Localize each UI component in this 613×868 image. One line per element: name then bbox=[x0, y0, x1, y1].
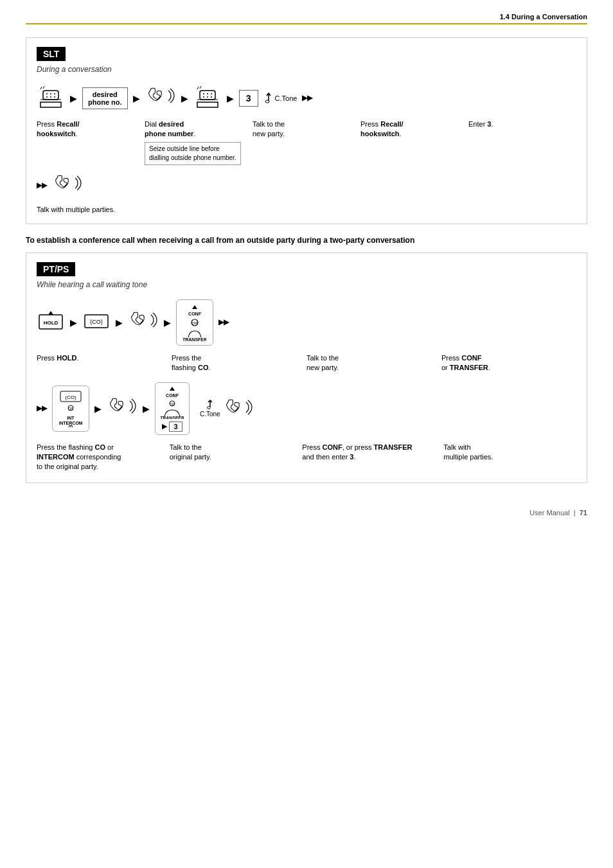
svg-marker-24 bbox=[48, 311, 53, 315]
ptps-desc1-1: Press HOLD. bbox=[37, 353, 172, 373]
ptps-desc2-2: Talk to theoriginal party. bbox=[170, 443, 303, 472]
svg-point-16 bbox=[211, 93, 212, 94]
svg-point-18 bbox=[207, 96, 208, 98]
number-3-box-slt: 3 bbox=[239, 90, 258, 107]
arrow-ptps4: ▶ bbox=[94, 403, 102, 414]
svg-marker-28 bbox=[192, 305, 197, 309]
slt-desc-bottom: Talk with multiple parties. bbox=[37, 206, 576, 213]
desk-phone-icon-1 bbox=[37, 84, 65, 112]
ctone-icon-slt: C.Tone bbox=[263, 92, 298, 105]
desired-phone-box: desiredphone no. bbox=[82, 87, 128, 109]
co-intercom-group-icon: (CO) OR INT INTERCOM bbox=[52, 385, 89, 432]
arrow-ptps1: ▶ bbox=[70, 317, 77, 328]
arrow-ptps5: ▶ bbox=[143, 403, 150, 414]
svg-rect-13 bbox=[200, 91, 215, 100]
arrow-ptps2: ▶ bbox=[116, 317, 123, 328]
conference-heading: To establish a conference call when rece… bbox=[26, 236, 587, 245]
svg-text:OR: OR bbox=[68, 407, 73, 411]
svg-point-15 bbox=[207, 93, 208, 94]
svg-point-3 bbox=[46, 93, 48, 94]
svg-line-9 bbox=[40, 87, 42, 89]
svg-rect-11 bbox=[197, 102, 218, 107]
slt-desc5: Enter 3. bbox=[468, 120, 576, 165]
handset-waves-icon-ptps1 bbox=[128, 310, 159, 335]
ptps-subtitle: While hearing a call waiting tone bbox=[37, 280, 576, 289]
arrow-4: ▶ bbox=[227, 93, 234, 103]
slt-flow-row2: ▶▶ bbox=[37, 173, 576, 198]
svg-point-46 bbox=[207, 407, 210, 409]
svg-text:HOLD: HOLD bbox=[44, 320, 58, 326]
svg-rect-2 bbox=[43, 91, 58, 100]
svg-point-22 bbox=[265, 100, 269, 103]
header-title: 1.4 During a Conversation bbox=[500, 13, 587, 21]
slt-desc4: Press Recall/hookswitch. bbox=[360, 120, 468, 165]
svg-text:(CO): (CO) bbox=[65, 394, 76, 400]
handset-waves-icon-1 bbox=[145, 85, 176, 111]
svg-text:OR: OR bbox=[170, 402, 175, 406]
conf-transfer-3-group-icon: CONF OR TRANSFER ▶ 3 bbox=[155, 382, 190, 435]
slt-desc2: Dial desiredphone number. Seize outside … bbox=[145, 120, 253, 165]
ptps-desc2-1: Press the flashing CO orINTERCOM corresp… bbox=[37, 443, 170, 472]
arrow-2: ▶ bbox=[133, 93, 140, 103]
svg-point-19 bbox=[211, 96, 212, 98]
ptps-desc-row2: Press the flashing CO orINTERCOM corresp… bbox=[37, 443, 576, 472]
svg-text:TRANSFER: TRANSFER bbox=[183, 337, 206, 341]
page-footer: User Manual | 71 bbox=[26, 509, 587, 517]
ctone-handset-icon: C.Tone bbox=[200, 397, 254, 420]
slt-flow-row1: ▶ desiredphone no. ▶ ▶ bbox=[37, 84, 576, 112]
slt-subtitle: During a conversation bbox=[37, 65, 576, 74]
ptps-desc1-2: Press theflashing CO. bbox=[172, 353, 306, 373]
arrow-1: ▶ bbox=[70, 93, 77, 103]
svg-text:OR: OR bbox=[192, 321, 199, 325]
svg-text:(CO): (CO) bbox=[90, 319, 103, 325]
svg-line-10 bbox=[43, 86, 44, 89]
ptps-label: PT/PS bbox=[37, 262, 576, 280]
arrow-3: ▶ bbox=[181, 93, 188, 103]
arrow-ptps3: ▶ bbox=[164, 317, 171, 328]
section-header: 1.4 During a Conversation bbox=[26, 13, 587, 24]
ptps-flow-row1: HOLD ▶ (CO) ▶ ▶ CONF bbox=[37, 299, 576, 346]
slt-label: SLT bbox=[37, 47, 576, 65]
dbl-arrow-ptps2: ▶▶ bbox=[37, 404, 47, 412]
co-button-icon: (CO) bbox=[82, 312, 111, 332]
dbl-arrow-slt1: ▶▶ bbox=[302, 94, 312, 102]
desk-phone-icon-2 bbox=[193, 84, 222, 112]
slt-desc-row1: Press Recall/hookswitch. Dial desiredpho… bbox=[37, 120, 576, 165]
svg-point-5 bbox=[54, 93, 55, 94]
svg-point-7 bbox=[50, 96, 51, 98]
svg-text:CONF: CONF bbox=[188, 312, 202, 316]
conf-transfer-group-icon: CONF OR TRANSFER bbox=[176, 299, 213, 346]
slt-desc3: Talk to thenew party. bbox=[253, 120, 360, 165]
svg-rect-0 bbox=[40, 102, 61, 107]
ptps-desc2-4: Talk withmultiple parties. bbox=[443, 443, 576, 472]
svg-text:CONF: CONF bbox=[166, 393, 179, 398]
dbl-arrow-ptps1: ▶▶ bbox=[218, 318, 229, 326]
slt-desc1: Press Recall/hookswitch. bbox=[37, 120, 145, 165]
handset-waves-icon-2 bbox=[52, 173, 83, 198]
ptps-desc-row1: Press HOLD. Press theflashing CO. Talk t… bbox=[37, 353, 576, 373]
svg-point-14 bbox=[203, 93, 204, 94]
ptps-desc1-3: Talk to thenew party. bbox=[306, 353, 441, 373]
svg-line-20 bbox=[197, 87, 199, 89]
ptps-flow-row2: ▶▶ (CO) OR INT INTERCOM ▶ bbox=[37, 382, 576, 435]
svg-text:INT: INT bbox=[67, 416, 75, 420]
ptps-section: PT/PS While hearing a call waiting tone … bbox=[26, 252, 587, 483]
svg-line-21 bbox=[200, 86, 201, 89]
svg-text:INTERCOM: INTERCOM bbox=[59, 421, 82, 425]
ptps-desc2-3: Press CONF, or press TRANSFERand then en… bbox=[302, 443, 443, 472]
svg-text:TRANSFER: TRANSFER bbox=[161, 416, 184, 419]
svg-point-17 bbox=[203, 96, 204, 98]
handset-waves-icon-ptps2 bbox=[107, 396, 138, 421]
svg-point-8 bbox=[54, 96, 55, 98]
ptps-desc1-4: Press CONFor TRANSFER. bbox=[441, 353, 576, 373]
svg-point-4 bbox=[50, 93, 51, 94]
page-number: 71 bbox=[580, 509, 587, 517]
slt-section: SLT During a conversation bbox=[26, 37, 587, 224]
svg-point-6 bbox=[46, 96, 48, 98]
dbl-arrow-slt2: ▶▶ bbox=[37, 181, 47, 190]
hold-button-icon: HOLD bbox=[37, 310, 65, 335]
svg-marker-41 bbox=[170, 387, 175, 391]
footer-text: User Manual bbox=[529, 509, 569, 517]
